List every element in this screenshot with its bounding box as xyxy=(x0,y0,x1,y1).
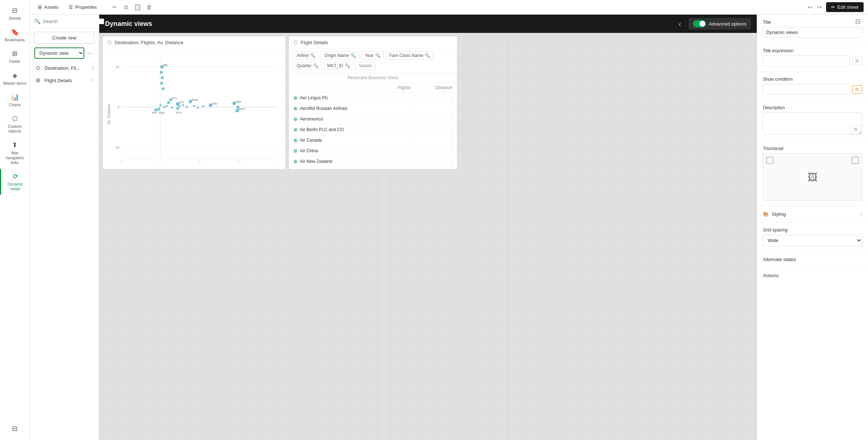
fx-description-button[interactable]: fx xyxy=(851,125,861,134)
description-section: Description fx xyxy=(757,100,868,141)
svg-text:2k: 2k xyxy=(116,65,119,69)
svg-point-41 xyxy=(159,104,162,106)
sidebar-item-bottom[interactable]: ⊟ xyxy=(0,421,30,436)
tab-properties[interactable]: ☰ Properties xyxy=(65,2,100,12)
advanced-options-label: Advanced options xyxy=(709,21,747,27)
filter-origin-name[interactable]: Origin Name 🔍 xyxy=(321,51,359,60)
thumbnail-section: Thumbnail 🖼 xyxy=(757,141,868,206)
search-input[interactable] xyxy=(43,19,104,24)
col-header-flights: Flights xyxy=(371,85,413,90)
drag-handle-icon: ⠿ xyxy=(91,65,94,71)
export-icon[interactable]: ⬡ xyxy=(107,39,112,45)
search-icon-year: 🔍 xyxy=(375,53,381,58)
show-condition-section: Show condition fx xyxy=(757,72,868,100)
sidebar-item-app-nav[interactable]: ⬆ App navigation links xyxy=(0,137,30,169)
expand-icon: ⊕ xyxy=(293,148,298,154)
filter-mkt-id[interactable]: MKT_ID 🔍 xyxy=(324,62,354,70)
svg-point-37 xyxy=(157,108,160,111)
fx-condition-button[interactable]: fx xyxy=(852,85,862,94)
palette-icon: 🎨 xyxy=(763,211,769,217)
svg-point-42 xyxy=(163,106,165,108)
grid-spacing-select[interactable]: Wide xyxy=(763,235,862,246)
sidebar-item-master-items[interactable]: ◈ Master items xyxy=(0,68,30,89)
description-label: Description xyxy=(763,105,862,110)
svg-text:5k: 5k xyxy=(198,161,201,162)
sidebar-item-charts[interactable]: 📊 Charts xyxy=(0,89,30,111)
table-row[interactable]: ⊕ Air Berlin PLC and CO - - xyxy=(289,125,457,135)
dv-title: Dynamic views xyxy=(105,20,671,28)
sidebar-item-bookmarks[interactable]: 🔖 Bookmarks xyxy=(0,24,30,46)
chart-header-destination: ⬡ Destination, Flights, Av. Distance xyxy=(103,37,285,49)
table-row[interactable]: ⊕ Aeromexico - - xyxy=(289,114,457,125)
title-input[interactable] xyxy=(763,27,862,38)
svg-point-23 xyxy=(167,101,170,104)
table-header: Flights Distance xyxy=(289,83,457,93)
redo-button[interactable]: ↪ xyxy=(815,2,823,12)
chart-title-flight-details: Flight Details xyxy=(301,40,328,45)
export-icon-table[interactable]: ⬡ xyxy=(293,39,298,45)
filter-airline[interactable]: Airline 🔍 xyxy=(293,51,319,60)
grid-spacing-label: Grid spacing xyxy=(763,227,862,233)
view-type-select[interactable]: Dynamic view xyxy=(34,47,84,59)
toolbar-icons: ✂ ⧉ 📋 🗑 xyxy=(109,2,154,12)
sheet-icon: ⊟ xyxy=(855,18,861,26)
dv-header-bar: Dynamic views ‹ Advanced options xyxy=(99,15,757,33)
description-input[interactable] xyxy=(763,112,862,134)
cut-button[interactable]: ✂ xyxy=(109,2,119,12)
svg-point-49 xyxy=(197,107,199,109)
master-items-icon: ◈ xyxy=(12,72,18,80)
alternate-states-row: Alternate states xyxy=(757,252,868,268)
expand-icon: ⊕ xyxy=(293,158,298,164)
thumbnail-upload-icon: 🖼 xyxy=(807,171,818,183)
top-bar: ⊞ Assets ☰ Properties ✂ ⧉ 📋 🗑 ↩ ↪ ✏ Edit… xyxy=(30,0,868,15)
fx-title-button[interactable]: fx xyxy=(852,57,862,65)
search-box: 🔍 xyxy=(30,15,99,28)
table-row[interactable]: ⊕ Air Canada - - xyxy=(289,135,457,146)
scatter-plot-area: Av. Distance Flights 2k 0 -2k -5k 0 5k xyxy=(103,49,285,169)
sidebar-item-dynamic-views[interactable]: ⟳ Dynamic views xyxy=(0,169,30,195)
search-icon-fare: 🔍 xyxy=(425,53,430,58)
toggle-switch xyxy=(693,20,706,27)
title-expression-input[interactable] xyxy=(763,56,850,66)
svg-point-50 xyxy=(202,105,204,107)
styling-row[interactable]: 🎨 Styling › xyxy=(757,206,868,222)
thumbnail-area[interactable]: 🖼 xyxy=(763,153,862,201)
paste-button[interactable]: 📋 xyxy=(132,2,143,12)
table-row[interactable]: ⊕ Air China - - xyxy=(289,146,457,156)
expand-icon: ⊕ xyxy=(293,116,298,122)
asset-list: ⊙ Destination, Fli... ⠿ ⊞ Flight Details… xyxy=(30,62,99,440)
filter-year[interactable]: Year 🔍 xyxy=(362,51,384,60)
delete-button[interactable]: 🗑 xyxy=(144,2,154,12)
show-condition-input[interactable] xyxy=(763,84,850,95)
chart-header-flight-details: ⬡ Flight Details xyxy=(289,37,457,49)
table-row[interactable]: ⊕ Air New Zealand - - xyxy=(289,156,457,167)
create-new-button[interactable]: Create new xyxy=(34,32,94,44)
dv-chevron-button[interactable]: ‹ xyxy=(676,18,684,30)
undo-button[interactable]: ↩ xyxy=(806,2,814,12)
svg-text:0: 0 xyxy=(117,106,119,109)
table-icon: ⊞ xyxy=(34,77,42,84)
sidebar-item-fields[interactable]: ⊞ Fields xyxy=(0,46,30,68)
bookmarks-icon: 🔖 xyxy=(11,28,19,36)
undo-redo: ↩ ↪ xyxy=(806,2,823,12)
table-filters: Airline 🔍 Origin Name 🔍 Year 🔍 Fare Clas… xyxy=(289,49,457,73)
list-item-flight-details[interactable]: ⊞ Flight Details ⠿ xyxy=(30,74,99,87)
search-icon: 🔍 xyxy=(34,18,40,24)
table-row[interactable]: ⊕ Aer Lingus Plc - - xyxy=(289,93,457,103)
edit-sheet-button[interactable]: ✏ Edit sheet xyxy=(826,2,864,12)
advanced-options-toggle[interactable]: Advanced options xyxy=(688,18,751,30)
table-row[interactable]: ⊕ Aeroflot Russian Airlines - - xyxy=(289,103,457,114)
expand-icon: ⊕ xyxy=(293,95,298,101)
filter-quarter[interactable]: Quarter 🔍 xyxy=(293,62,322,70)
list-item-destination[interactable]: ⊙ Destination, Fli... ⠿ xyxy=(30,62,99,74)
copy-button[interactable]: ⧉ xyxy=(121,2,131,12)
custom-objects-icon: ⬡ xyxy=(12,115,18,123)
svg-text:BFL: BFL xyxy=(163,64,169,67)
more-options-button[interactable]: ⋯ xyxy=(86,49,94,57)
filter-fare-class[interactable]: Fare Class Name 🔍 xyxy=(386,51,433,60)
sidebar-item-custom-objects[interactable]: ⬡ Custom objects xyxy=(0,111,30,137)
tab-assets[interactable]: ⊞ Assets xyxy=(34,2,62,12)
sidebar-item-sheets[interactable]: ⊟ Sheets xyxy=(0,3,30,24)
svg-point-39 xyxy=(176,107,179,110)
expand-icon: ⊕ xyxy=(293,106,298,111)
